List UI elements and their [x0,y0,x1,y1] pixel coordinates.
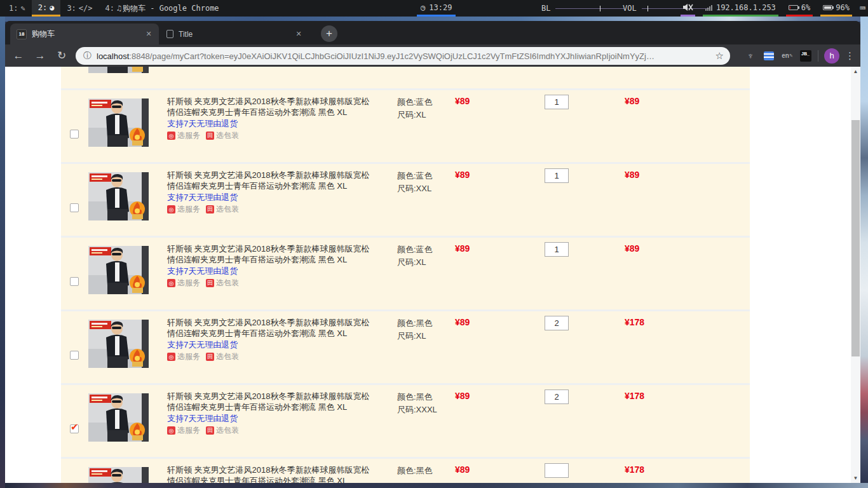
cart-item-row: 轩斯顿 夹克男文艺港风2018秋冬季新款棒球服韩版宽松情侣连帽夹克男士青年百搭运… [61,90,750,164]
item-size: 尺码:XL [397,256,433,269]
keyboard-icon[interactable]: ⌨ [860,3,865,14]
profile-avatar[interactable]: h [824,48,839,64]
product-image[interactable] [88,98,149,147]
quantity-input[interactable] [545,168,569,183]
firefox-icon: ◕ [50,3,54,12]
select-packaging-label[interactable]: 选包装 [216,130,239,141]
select-packaging-label[interactable]: 选包装 [216,425,239,436]
item-checkbox[interactable] [70,130,79,139]
product-image[interactable] [88,67,149,73]
quantity-input[interactable] [545,463,569,478]
packaging-icon: 田 [206,279,214,287]
return-policy-link[interactable]: 支持7天无理由退货 [167,192,374,203]
site-info-icon[interactable]: ⓘ [83,50,92,62]
item-checkbox[interactable] [70,277,79,286]
service-icon: ◎ [167,132,175,140]
page-scrollbar[interactable]: ▲ ▼ [851,67,860,483]
mute-icon [681,0,695,17]
item-checkbox[interactable] [70,203,79,212]
extension-2-icon[interactable] [763,50,775,62]
scrollbar-down-icon[interactable]: ▼ [851,473,860,483]
tab-cart-close-icon[interactable]: ✕ [144,29,154,39]
return-policy-link[interactable]: 支持7天无理由退货 [167,118,374,129]
quantity-input[interactable] [545,390,569,404]
system-bar: 1: ✎ 2: ◕ 3: </> 4: ♫ 购物车 - Google Chrom… [0,0,868,17]
select-packaging-label[interactable]: 选包装 [216,351,239,362]
backlight-module: BL [541,0,624,17]
item-price: ¥89 [455,391,470,401]
product-image[interactable] [88,467,149,483]
packaging-icon: 田 [206,426,214,435]
product-image[interactable] [88,246,149,294]
product-title[interactable]: 轩斯顿 夹克男文艺港风2018秋冬季新款棒球服韩版宽松情侣连帽夹克男士青年百搭运… [167,317,374,339]
battery-low-percent: 6% [801,3,810,12]
extension-3-icon[interactable]: en✎ [781,50,794,62]
select-service-label[interactable]: 选服务 [177,425,200,436]
wallpaper-left [0,17,5,488]
wallpaper-bottom [5,483,868,488]
product-image[interactable] [88,172,149,220]
product-image[interactable] [88,320,149,368]
quantity-input[interactable] [545,242,569,257]
desktop-screen: 1: ✎ 2: ◕ 3: </> 4: ♫ 购物车 - Google Chrom… [0,0,868,488]
wallpaper-right [860,17,868,488]
return-policy-link[interactable]: 支持7天无理由退货 [167,266,374,276]
bookmark-star-icon[interactable]: ☆ [715,50,724,62]
extension-4-icon[interactable]: JB_ [799,50,812,62]
select-service-label[interactable]: 选服务 [177,130,200,141]
cart-item-row: 轩斯顿 夹克男文艺港风2018秋冬季新款棒球服韩版宽松情侣连帽夹克男士青年百搭运… [61,311,750,385]
service-icon: ◎ [167,353,175,361]
workspace-1[interactable]: 1: ✎ [3,0,32,17]
select-service-label[interactable]: 选服务 [177,278,200,288]
tab-cart-favicon: 18 [17,29,27,39]
scrollbar-thumb[interactable] [851,120,860,356]
item-subtotal: ¥89 [625,96,639,106]
product-title[interactable]: 轩斯顿 夹克男文艺港风2018秋冬季新款棒球服韩版宽松情侣连帽夹克男士青年百搭运… [167,391,374,412]
quantity-input[interactable] [545,95,569,109]
select-packaging-label[interactable]: 选包装 [216,204,239,215]
select-service-label[interactable]: 选服务 [177,204,200,215]
product-title[interactable]: 轩斯顿 夹克男文艺港风2018秋冬季新款棒球服韩版宽松情侣连帽夹克男士青年百搭运… [167,96,374,118]
item-color: 颜色:蓝色 [397,243,433,256]
item-checkbox[interactable] [70,424,79,433]
edit-icon: ✎ [20,4,25,13]
return-policy-link[interactable]: 支持7天无理由退货 [167,339,374,350]
tab-title-page-close-icon[interactable]: ✕ [294,29,304,39]
item-color: 颜色:蓝色 [397,170,433,182]
item-color: 颜色:黑色 [397,317,433,330]
reload-button[interactable]: ↻ [53,48,70,64]
browser-menu-icon[interactable]: ⋮ [845,50,854,62]
address-bar[interactable]: ⓘ localhost:8848/page/myCart?token=eyJ0e… [76,47,730,65]
workspace-3[interactable]: 3: </> [60,0,98,17]
workspace-2[interactable]: 2: ◕ [32,0,61,17]
backlight-slider[interactable] [555,8,624,9]
select-packaging-label[interactable]: 选包装 [216,278,239,288]
scrollbar-up-icon[interactable]: ▲ [851,67,860,76]
tab-title-page[interactable]: Title ✕ [160,24,309,44]
workspace-switcher: 1: ✎ 2: ◕ 3: </> 4: ♫ [3,0,128,17]
battery-low-module: 6% [786,0,813,17]
select-service-label[interactable]: 选服务 [177,351,200,362]
product-title[interactable]: 轩斯顿 夹克男文艺港风2018秋冬季新款棒球服韩版宽松情侣连帽夹克男士青年百搭运… [167,464,374,483]
product-title[interactable]: 轩斯顿 夹克男文艺港风2018秋冬季新款棒球服韩版宽松情侣连帽夹克男士青年百搭运… [167,170,374,191]
service-icon: ◎ [167,205,175,214]
backlight-label: BL [541,4,550,13]
return-policy-link[interactable]: 支持7天无理由退货 [167,413,374,424]
back-button[interactable]: ← [10,48,27,64]
tab-bar: 18 购物车 ✕ Title ✕ + [5,21,860,44]
new-tab-button[interactable]: + [321,25,337,42]
product-title[interactable]: 轩斯顿 夹克男文艺港风2018秋冬季新款棒球服韩版宽松情侣连帽夹克男士青年百搭运… [167,243,374,265]
product-image[interactable] [88,393,149,442]
item-price: ¥89 [455,96,470,106]
item-checkbox[interactable] [70,351,79,360]
browser-toolbar: ← → ↻ ⓘ localhost:8848/page/myCart?token… [5,44,860,67]
forward-button[interactable]: → [32,48,48,64]
cart-item-row [61,67,750,90]
quantity-input[interactable] [545,316,569,330]
tab-cart[interactable]: 18 购物车 ✕ [10,24,159,44]
system-tray: 192.168.1.253 6% 96% ⌨ [681,0,865,17]
workspace-4-label: 4: [105,4,114,13]
network-ip: 192.168.1.253 [716,3,776,12]
service-icon: ◎ [167,426,175,435]
extension-1-icon[interactable]: ♆ [744,50,757,62]
